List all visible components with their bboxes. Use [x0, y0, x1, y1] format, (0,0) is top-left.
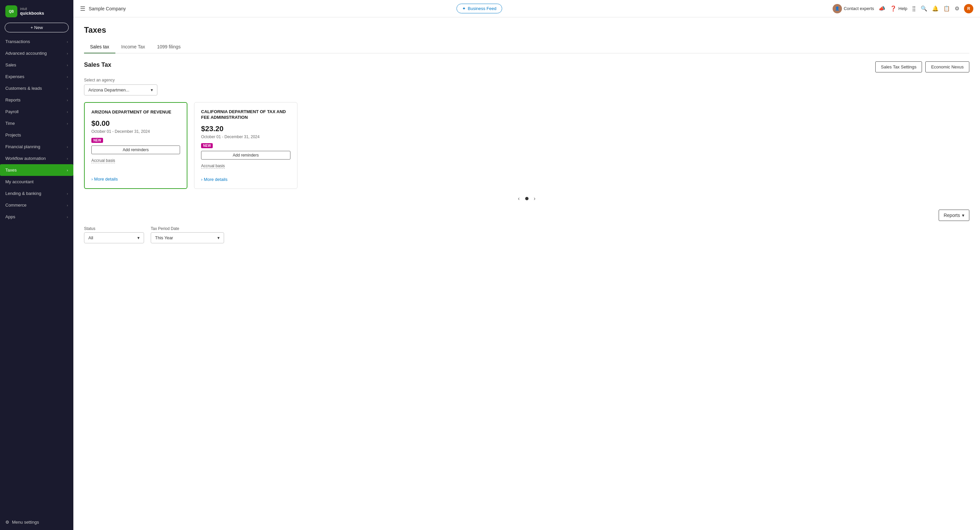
- arizona-tax-card[interactable]: ARIZONA DEPARTMENT OF REVENUE $0.00 Octo…: [84, 102, 188, 189]
- california-accrual-basis[interactable]: Accrual basis: [201, 164, 225, 169]
- help-icon: ❓: [890, 5, 897, 12]
- california-agency-name: CALIFORNIA DEPARTMENT OF TAX AND FEE ADM…: [201, 109, 290, 120]
- chevron-right-icon: ›: [67, 40, 68, 44]
- svg-text:QB: QB: [9, 10, 14, 13]
- bell-icon[interactable]: 🔔: [932, 5, 939, 12]
- california-add-reminders-button[interactable]: Add reminders: [201, 151, 290, 160]
- economic-nexus-button[interactable]: Economic Nexus: [925, 61, 969, 72]
- settings-icon[interactable]: ⚙: [955, 5, 959, 12]
- company-name: Sample Company: [89, 6, 126, 11]
- date-select[interactable]: This Year ▾: [151, 232, 224, 243]
- california-amount: $23.20: [201, 125, 290, 133]
- grid-icon[interactable]: ⣿: [912, 5, 916, 12]
- section-actions: Sales Tax Settings Economic Nexus: [875, 61, 969, 72]
- chevron-right-icon: ›: [67, 215, 68, 219]
- help-button[interactable]: ❓ Help: [890, 5, 907, 12]
- business-feed-button[interactable]: ✦ Business Feed: [457, 4, 502, 13]
- clipboard-icon[interactable]: 📋: [943, 5, 950, 12]
- topnav-center: ✦ Business Feed: [131, 4, 827, 13]
- new-button[interactable]: + New: [5, 23, 69, 32]
- arizona-agency-name: ARIZONA DEPARTMENT OF REVENUE: [91, 110, 180, 115]
- search-icon[interactable]: 🔍: [921, 5, 928, 12]
- logo-text: intuit quickbooks: [20, 7, 44, 16]
- chevron-right-icon: ›: [67, 145, 68, 149]
- sidebar-item-commerce[interactable]: Commerce ›: [0, 199, 73, 211]
- sidebar-item-customers-leads[interactable]: Customers & leads ›: [0, 83, 73, 94]
- sidebar-item-lending-banking[interactable]: Lending & banking ›: [0, 188, 73, 199]
- chevron-right-icon: ›: [67, 51, 68, 56]
- contact-avatar: 👤: [833, 4, 842, 13]
- arizona-amount: $0.00: [91, 119, 180, 128]
- sidebar-item-taxes[interactable]: Taxes ›: [0, 164, 73, 176]
- sidebar-item-time[interactable]: Time ›: [0, 118, 73, 129]
- contact-experts-button[interactable]: 👤 Contact experts: [833, 4, 874, 13]
- logo: QB intuit quickbooks: [0, 0, 73, 21]
- sales-tax-title: Sales Tax: [84, 61, 111, 69]
- california-new-badge: NEW: [201, 143, 213, 148]
- sidebar-item-projects[interactable]: Projects: [0, 129, 73, 141]
- chevron-right-icon: ›: [67, 156, 68, 161]
- tax-cards-container: ARIZONA DEPARTMENT OF REVENUE $0.00 Octo…: [84, 102, 969, 189]
- sidebar-item-advanced-accounting[interactable]: Advanced accounting ›: [0, 47, 73, 59]
- megaphone-icon[interactable]: 📣: [879, 5, 885, 12]
- chevron-right-icon: ›: [201, 177, 202, 182]
- arizona-date-range: October 01 - December 31, 2024: [91, 129, 180, 134]
- chevron-right-icon: ›: [91, 177, 93, 182]
- logo-icon: QB: [5, 5, 18, 18]
- chevron-right-icon: ›: [67, 203, 68, 207]
- user-avatar[interactable]: R: [964, 4, 973, 13]
- chevron-right-icon: ›: [67, 98, 68, 102]
- agency-label: Select an agency: [84, 78, 969, 83]
- carousel-prev-button[interactable]: ‹: [516, 196, 522, 201]
- chevron-right-icon: ›: [67, 121, 68, 126]
- hamburger-menu[interactable]: ☰: [80, 5, 85, 12]
- carousel-dot-1[interactable]: [525, 197, 528, 200]
- chevron-right-icon: ›: [67, 110, 68, 114]
- agency-select[interactable]: Arizona Departmen... ▾: [84, 85, 158, 96]
- arizona-add-reminders-button[interactable]: Add reminders: [91, 145, 180, 154]
- tab-income-tax[interactable]: Income Tax: [115, 41, 151, 53]
- sidebar-item-financial-planning[interactable]: Financial planning ›: [0, 141, 73, 153]
- sidebar-item-apps[interactable]: Apps ›: [0, 211, 73, 223]
- chevron-down-icon: ▾: [137, 235, 140, 240]
- tab-sales-tax[interactable]: Sales tax: [84, 41, 115, 53]
- gear-icon: ⚙: [5, 520, 10, 525]
- california-date-range: October 01 - December 31, 2024: [201, 134, 290, 139]
- topnav-left: ☰ Sample Company: [80, 5, 126, 12]
- chevron-down-icon: ▾: [151, 88, 153, 93]
- sidebar-item-sales[interactable]: Sales ›: [0, 59, 73, 71]
- sidebar-item-transactions[interactable]: Transactions ›: [0, 36, 73, 47]
- sidebar-item-reports[interactable]: Reports ›: [0, 94, 73, 106]
- status-filter-label: Status: [84, 226, 144, 231]
- chevron-right-icon: ›: [67, 75, 68, 79]
- carousel-next-button[interactable]: ›: [532, 196, 538, 201]
- sales-tax-settings-button[interactable]: Sales Tax Settings: [875, 61, 922, 72]
- sidebar-item-my-accountant[interactable]: My accountant: [0, 176, 73, 188]
- arizona-accrual-basis[interactable]: Accrual basis: [91, 158, 115, 163]
- california-tax-card[interactable]: CALIFORNIA DEPARTMENT OF TAX AND FEE ADM…: [194, 102, 298, 189]
- topnav: ☰ Sample Company ✦ Business Feed 👤 Conta…: [73, 0, 980, 18]
- reports-button[interactable]: Reports ▾: [939, 209, 969, 221]
- menu-settings[interactable]: ⚙ Menu settings: [0, 516, 73, 530]
- topnav-right: 👤 Contact experts 📣 ❓ Help ⣿ 🔍 🔔 📋 ⚙ R: [833, 4, 973, 13]
- chevron-right-icon: ›: [67, 63, 68, 67]
- sidebar-item-expenses[interactable]: Expenses ›: [0, 71, 73, 83]
- tabs: Sales tax Income Tax 1099 filings: [84, 41, 969, 53]
- tab-1099-filings[interactable]: 1099 filings: [151, 41, 187, 53]
- filters-row: Status All ▾ Tax Period Date This Year ▾: [84, 226, 969, 243]
- california-more-details-link[interactable]: › More details: [201, 177, 290, 182]
- date-filter-group: Tax Period Date This Year ▾: [151, 226, 224, 243]
- bottom-toolbar: Reports ▾: [84, 209, 969, 221]
- arizona-new-badge: NEW: [91, 138, 103, 143]
- page-content: Taxes Sales tax Income Tax 1099 filings …: [73, 18, 980, 530]
- sidebar-item-payroll[interactable]: Payroll ›: [0, 106, 73, 118]
- arizona-more-details-link[interactable]: › More details: [91, 177, 180, 182]
- sidebar: QB intuit quickbooks + New Transactions …: [0, 0, 73, 530]
- date-filter-label: Tax Period Date: [151, 226, 224, 231]
- chevron-right-icon: ›: [67, 168, 68, 172]
- sidebar-item-workflow-automation[interactable]: Workflow automation ›: [0, 153, 73, 164]
- chevron-right-icon: ›: [67, 86, 68, 91]
- chevron-down-icon: ▾: [217, 235, 220, 240]
- status-select[interactable]: All ▾: [84, 232, 144, 243]
- carousel-dots: ‹ ›: [84, 196, 969, 201]
